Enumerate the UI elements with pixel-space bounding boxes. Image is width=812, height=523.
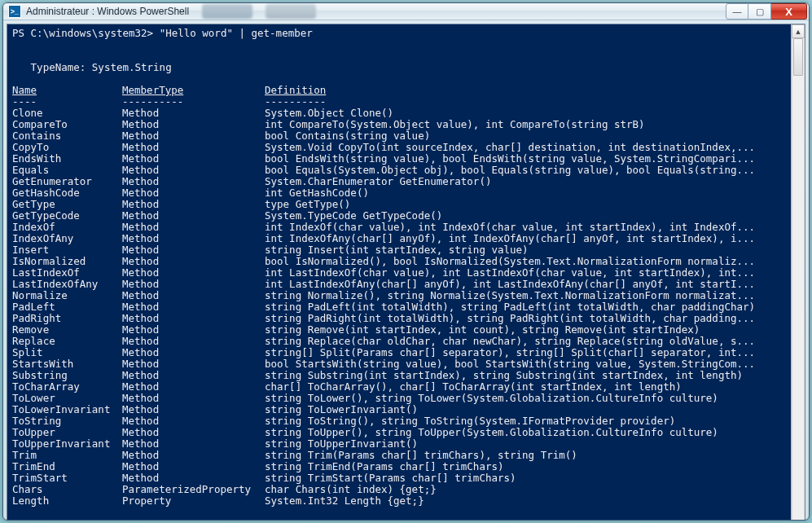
cell-name: IndexOfAny xyxy=(12,233,122,244)
cell-name: Split xyxy=(12,347,122,358)
table-row: ContainsMethodbool Contains(string value… xyxy=(12,130,755,142)
cell-membertype: Method xyxy=(122,290,265,301)
cell-membertype: Method xyxy=(122,256,265,267)
cell-membertype: Method xyxy=(122,370,265,381)
cell-definition: System.Int32 Length {get;} xyxy=(265,495,755,507)
table-row: IndexOfMethodint IndexOf(char value), in… xyxy=(12,222,755,233)
cell-membertype: Method xyxy=(122,415,265,427)
cell-membertype: Method xyxy=(122,244,265,256)
cell-name: CompareTo xyxy=(12,119,122,130)
cell-definition: string ToLower(), string ToLower(System.… xyxy=(265,393,755,404)
scroll-track[interactable] xyxy=(792,38,805,521)
table-header-row: NameMemberTypeDefinition xyxy=(12,85,755,96)
vertical-scrollbar[interactable]: ▲ ▼ xyxy=(791,24,805,521)
console-output[interactable]: PS C:\windows\system32> "Hello word" | g… xyxy=(7,24,791,521)
titlebar[interactable]: >_ Administrateur : Windows PowerShell —… xyxy=(3,3,809,20)
cell-definition: string TrimStart(Params char[] trimChars… xyxy=(265,472,755,484)
cell-membertype: Method xyxy=(122,176,265,187)
cell-name: PadRight xyxy=(12,313,122,324)
table-row: ToLowerMethodstring ToLower(), string To… xyxy=(12,393,755,404)
cell-membertype: Method xyxy=(122,233,265,244)
table-dash-row: ------------------------ xyxy=(12,96,755,108)
table-row: SplitMethodstring[] Split(Params char[] … xyxy=(12,347,755,358)
table-row: CopyToMethodSystem.Void CopyTo(int sourc… xyxy=(12,142,755,153)
cell-definition: string ToUpper(), string ToUpper(System.… xyxy=(265,427,755,438)
close-button[interactable]: X xyxy=(771,3,807,20)
table-row: TrimEndMethodstring TrimEnd(Params char[… xyxy=(12,461,755,472)
cell-name: TrimStart xyxy=(12,472,122,484)
col-header-name: Name xyxy=(12,84,37,96)
cell-name: ToLowerInvariant xyxy=(12,404,122,415)
table-row: CharsParameterizedPropertychar Chars(int… xyxy=(12,484,755,495)
minimize-button[interactable]: — xyxy=(726,3,748,20)
prompt: PS C:\windows\system32> xyxy=(12,27,153,39)
cell-definition: string Replace(char oldChar, char newCha… xyxy=(265,336,755,347)
table-row: EndsWithMethodbool EndsWith(string value… xyxy=(12,153,755,165)
cell-name: Length xyxy=(12,495,122,507)
cell-membertype: Method xyxy=(122,142,265,153)
cell-name: LastIndexOfAny xyxy=(12,279,122,290)
scroll-thumb[interactable] xyxy=(793,38,803,76)
cell-membertype: Property xyxy=(122,495,265,507)
cell-name: LastIndexOf xyxy=(12,267,122,279)
cell-name: StartsWith xyxy=(12,358,122,370)
cell-definition: char Chars(int index) {get;} xyxy=(265,484,755,495)
cell-name: Contains xyxy=(12,130,122,142)
member-table: NameMemberTypeDefinition ---------------… xyxy=(12,85,755,507)
cell-membertype: Method xyxy=(122,336,265,347)
table-row: IsNormalizedMethodbool IsNormalized(), b… xyxy=(12,256,755,267)
cell-definition: int CompareTo(System.Object value), int … xyxy=(265,119,755,130)
cell-definition: int GetHashCode() xyxy=(265,187,755,199)
cell-definition: bool Contains(string value) xyxy=(265,130,755,142)
cell-membertype: Method xyxy=(122,153,265,165)
cell-membertype: Method xyxy=(122,472,265,484)
cell-membertype: Method xyxy=(122,450,265,461)
cell-definition: string ToUpperInvariant() xyxy=(265,438,755,450)
cell-name: GetTypeCode xyxy=(12,210,122,222)
col-header-membertype: MemberType xyxy=(122,84,183,96)
cell-name: Normalize xyxy=(12,290,122,301)
table-row: RemoveMethodstring Remove(int startIndex… xyxy=(12,324,755,336)
table-row: ToCharArrayMethodchar[] ToCharArray(), c… xyxy=(12,381,755,393)
cell-definition: bool EndsWith(string value), bool EndsWi… xyxy=(265,153,755,165)
table-row: CloneMethodSystem.Object Clone() xyxy=(12,108,755,119)
cell-membertype: Method xyxy=(122,461,265,472)
cell-definition: string Substring(int startIndex), string… xyxy=(265,370,755,381)
cell-name: ToString xyxy=(12,415,122,427)
cell-definition: char[] ToCharArray(), char[] ToCharArray… xyxy=(265,381,755,393)
table-row: TrimMethodstring Trim(Params char[] trim… xyxy=(12,450,755,461)
cell-membertype: Method xyxy=(122,313,265,324)
cell-membertype: Method xyxy=(122,267,265,279)
cell-definition: bool IsNormalized(), bool IsNormalized(S… xyxy=(265,256,755,267)
cell-membertype: Method xyxy=(122,301,265,313)
cell-name: Replace xyxy=(12,336,122,347)
cell-name: Substring xyxy=(12,370,122,381)
cell-name: ToUpperInvariant xyxy=(12,438,122,450)
maximize-button[interactable]: ▢ xyxy=(748,3,771,20)
powershell-window: >_ Administrateur : Windows PowerShell —… xyxy=(2,2,810,521)
cell-name: Chars xyxy=(12,484,122,495)
cell-membertype: Method xyxy=(122,130,265,142)
table-row: GetTypeCodeMethodSystem.TypeCode GetType… xyxy=(12,210,755,222)
cell-membertype: Method xyxy=(122,108,265,119)
scroll-up-button[interactable]: ▲ xyxy=(792,24,805,38)
cell-definition: string PadRight(int totalWidth), string … xyxy=(265,313,755,324)
typename-line: TypeName: System.String xyxy=(12,61,172,73)
cell-definition: System.TypeCode GetTypeCode() xyxy=(265,210,755,222)
table-row: TrimStartMethodstring TrimStart(Params c… xyxy=(12,472,755,484)
table-row: InsertMethodstring Insert(int startIndex… xyxy=(12,244,755,256)
cell-name: ToCharArray xyxy=(12,381,122,393)
cell-definition: string Insert(int startIndex, string val… xyxy=(265,244,755,256)
cell-membertype: Method xyxy=(122,279,265,290)
cell-definition: string Trim(Params char[] trimChars), st… xyxy=(265,450,755,461)
window-title: Administrateur : Windows PowerShell xyxy=(26,6,189,17)
cell-name: TrimEnd xyxy=(12,461,122,472)
table-row: ReplaceMethodstring Replace(char oldChar… xyxy=(12,336,755,347)
cell-name: GetEnumerator xyxy=(12,176,122,187)
cell-definition: System.CharEnumerator GetEnumerator() xyxy=(265,176,755,187)
cell-definition: int IndexOfAny(char[] anyOf), int IndexO… xyxy=(265,233,755,244)
cell-definition: string ToString(), string ToString(Syste… xyxy=(265,415,755,427)
cell-name: Trim xyxy=(12,450,122,461)
background-window-tab xyxy=(202,4,252,19)
table-row: IndexOfAnyMethodint IndexOfAny(char[] an… xyxy=(12,233,755,244)
